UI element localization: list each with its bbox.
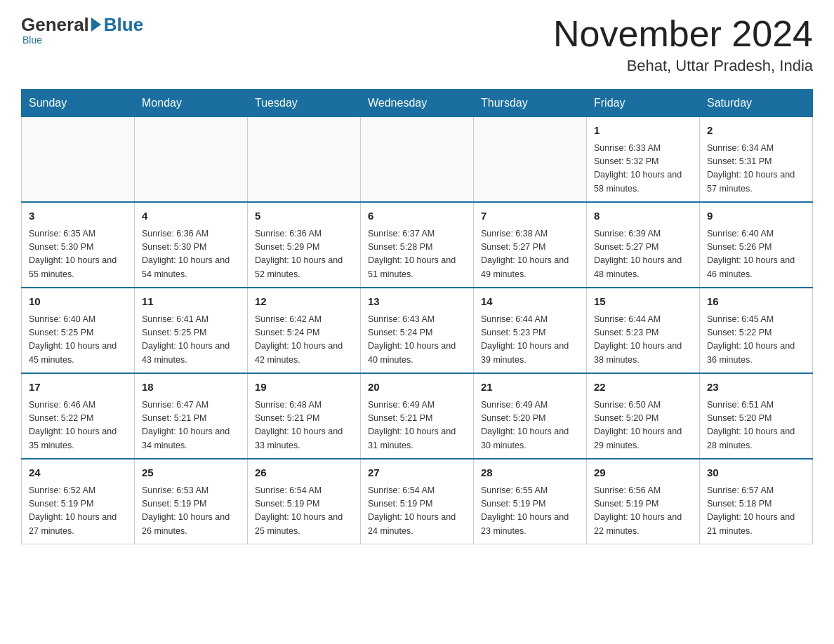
table-row	[22, 117, 135, 203]
day-number: 5	[255, 208, 353, 224]
header-wednesday: Wednesday	[361, 90, 474, 117]
day-info: Sunrise: 6:37 AM Sunset: 5:28 PM Dayligh…	[368, 227, 466, 282]
day-info: Sunrise: 6:53 AM Sunset: 5:19 PM Dayligh…	[142, 484, 240, 539]
day-info: Sunrise: 6:49 AM Sunset: 5:20 PM Dayligh…	[481, 398, 579, 453]
day-number: 30	[707, 465, 805, 481]
day-info: Sunrise: 6:38 AM Sunset: 5:27 PM Dayligh…	[481, 227, 579, 282]
logo-triangle-icon	[91, 18, 101, 32]
calendar-week-row: 24Sunrise: 6:52 AM Sunset: 5:19 PM Dayli…	[22, 459, 813, 544]
day-number: 20	[368, 380, 466, 396]
table-row: 28Sunrise: 6:55 AM Sunset: 5:19 PM Dayli…	[474, 459, 587, 544]
table-row: 29Sunrise: 6:56 AM Sunset: 5:19 PM Dayli…	[587, 459, 700, 544]
day-number: 7	[481, 208, 579, 224]
day-number: 10	[29, 294, 127, 310]
header-sunday: Sunday	[22, 90, 135, 117]
header-saturday: Saturday	[700, 90, 813, 117]
day-info: Sunrise: 6:41 AM Sunset: 5:25 PM Dayligh…	[142, 313, 240, 368]
day-info: Sunrise: 6:36 AM Sunset: 5:30 PM Dayligh…	[142, 227, 240, 282]
day-info: Sunrise: 6:46 AM Sunset: 5:22 PM Dayligh…	[29, 398, 127, 453]
day-number: 22	[594, 380, 692, 396]
table-row: 19Sunrise: 6:48 AM Sunset: 5:21 PM Dayli…	[248, 373, 361, 459]
day-number: 17	[29, 380, 127, 396]
day-info: Sunrise: 6:51 AM Sunset: 5:20 PM Dayligh…	[707, 398, 805, 453]
day-number: 2	[707, 123, 805, 139]
day-number: 14	[481, 294, 579, 310]
day-info: Sunrise: 6:34 AM Sunset: 5:31 PM Dayligh…	[707, 142, 805, 196]
day-number: 1	[594, 123, 692, 139]
day-info: Sunrise: 6:40 AM Sunset: 5:25 PM Dayligh…	[29, 313, 127, 368]
day-number: 25	[142, 465, 240, 481]
table-row	[474, 117, 587, 203]
day-number: 12	[255, 294, 353, 310]
table-row: 24Sunrise: 6:52 AM Sunset: 5:19 PM Dayli…	[22, 459, 135, 544]
day-info: Sunrise: 6:42 AM Sunset: 5:24 PM Dayligh…	[255, 313, 353, 368]
table-row: 3Sunrise: 6:35 AM Sunset: 5:30 PM Daylig…	[22, 202, 135, 288]
table-row: 16Sunrise: 6:45 AM Sunset: 5:22 PM Dayli…	[700, 288, 813, 373]
day-number: 21	[481, 380, 579, 396]
table-row: 20Sunrise: 6:49 AM Sunset: 5:21 PM Dayli…	[361, 373, 474, 459]
day-info: Sunrise: 6:44 AM Sunset: 5:23 PM Dayligh…	[481, 313, 579, 368]
day-number: 29	[594, 465, 692, 481]
day-info: Sunrise: 6:48 AM Sunset: 5:21 PM Dayligh…	[255, 398, 353, 453]
day-info: Sunrise: 6:43 AM Sunset: 5:24 PM Dayligh…	[368, 313, 466, 368]
location-title: Behat, Uttar Pradesh, India	[553, 57, 813, 75]
month-title: November 2024	[553, 14, 813, 54]
day-info: Sunrise: 6:56 AM Sunset: 5:19 PM Dayligh…	[594, 484, 692, 539]
day-number: 23	[707, 380, 805, 396]
day-number: 3	[29, 208, 127, 224]
logo: General Blue Blue	[21, 14, 143, 46]
day-number: 15	[594, 294, 692, 310]
day-info: Sunrise: 6:49 AM Sunset: 5:21 PM Dayligh…	[368, 398, 466, 453]
day-number: 9	[707, 208, 805, 224]
table-row	[135, 117, 248, 203]
day-number: 19	[255, 380, 353, 396]
calendar-week-row: 17Sunrise: 6:46 AM Sunset: 5:22 PM Dayli…	[22, 373, 813, 459]
day-info: Sunrise: 6:57 AM Sunset: 5:18 PM Dayligh…	[707, 484, 805, 539]
table-row: 4Sunrise: 6:36 AM Sunset: 5:30 PM Daylig…	[135, 202, 248, 288]
day-number: 13	[368, 294, 466, 310]
table-row: 8Sunrise: 6:39 AM Sunset: 5:27 PM Daylig…	[587, 202, 700, 288]
weekday-header-row: Sunday Monday Tuesday Wednesday Thursday…	[22, 90, 813, 117]
day-info: Sunrise: 6:54 AM Sunset: 5:19 PM Dayligh…	[255, 484, 353, 539]
day-number: 27	[368, 465, 466, 481]
page-header: General Blue Blue November 2024 Behat, U…	[21, 14, 813, 75]
day-info: Sunrise: 6:47 AM Sunset: 5:21 PM Dayligh…	[142, 398, 240, 453]
day-number: 8	[594, 208, 692, 224]
table-row: 21Sunrise: 6:49 AM Sunset: 5:20 PM Dayli…	[474, 373, 587, 459]
header-thursday: Thursday	[474, 90, 587, 117]
day-info: Sunrise: 6:39 AM Sunset: 5:27 PM Dayligh…	[594, 227, 692, 282]
day-info: Sunrise: 6:54 AM Sunset: 5:19 PM Dayligh…	[368, 484, 466, 539]
table-row: 11Sunrise: 6:41 AM Sunset: 5:25 PM Dayli…	[135, 288, 248, 373]
header-tuesday: Tuesday	[248, 90, 361, 117]
calendar-week-row: 10Sunrise: 6:40 AM Sunset: 5:25 PM Dayli…	[22, 288, 813, 373]
table-row: 26Sunrise: 6:54 AM Sunset: 5:19 PM Dayli…	[248, 459, 361, 544]
table-row: 27Sunrise: 6:54 AM Sunset: 5:19 PM Dayli…	[361, 459, 474, 544]
table-row: 12Sunrise: 6:42 AM Sunset: 5:24 PM Dayli…	[248, 288, 361, 373]
table-row: 18Sunrise: 6:47 AM Sunset: 5:21 PM Dayli…	[135, 373, 248, 459]
table-row: 7Sunrise: 6:38 AM Sunset: 5:27 PM Daylig…	[474, 202, 587, 288]
table-row: 25Sunrise: 6:53 AM Sunset: 5:19 PM Dayli…	[135, 459, 248, 544]
day-info: Sunrise: 6:55 AM Sunset: 5:19 PM Dayligh…	[481, 484, 579, 539]
day-number: 18	[142, 380, 240, 396]
table-row: 9Sunrise: 6:40 AM Sunset: 5:26 PM Daylig…	[700, 202, 813, 288]
day-info: Sunrise: 6:40 AM Sunset: 5:26 PM Dayligh…	[707, 227, 805, 282]
header-monday: Monday	[135, 90, 248, 117]
table-row: 1Sunrise: 6:33 AM Sunset: 5:32 PM Daylig…	[587, 117, 700, 203]
day-number: 24	[29, 465, 127, 481]
table-row: 23Sunrise: 6:51 AM Sunset: 5:20 PM Dayli…	[700, 373, 813, 459]
day-info: Sunrise: 6:50 AM Sunset: 5:20 PM Dayligh…	[594, 398, 692, 453]
day-info: Sunrise: 6:33 AM Sunset: 5:32 PM Dayligh…	[594, 142, 692, 196]
day-info: Sunrise: 6:35 AM Sunset: 5:30 PM Dayligh…	[29, 227, 127, 282]
logo-general-text: General	[21, 14, 89, 36]
logo-blue-text: Blue	[104, 14, 143, 36]
table-row: 17Sunrise: 6:46 AM Sunset: 5:22 PM Dayli…	[22, 373, 135, 459]
logo-subtitle: Blue	[22, 34, 42, 46]
day-number: 6	[368, 208, 466, 224]
day-info: Sunrise: 6:45 AM Sunset: 5:22 PM Dayligh…	[707, 313, 805, 368]
table-row: 15Sunrise: 6:44 AM Sunset: 5:23 PM Dayli…	[587, 288, 700, 373]
day-number: 16	[707, 294, 805, 310]
calendar-week-row: 1Sunrise: 6:33 AM Sunset: 5:32 PM Daylig…	[22, 117, 813, 203]
table-row: 13Sunrise: 6:43 AM Sunset: 5:24 PM Dayli…	[361, 288, 474, 373]
table-row: 6Sunrise: 6:37 AM Sunset: 5:28 PM Daylig…	[361, 202, 474, 288]
title-block: November 2024 Behat, Uttar Pradesh, Indi…	[553, 14, 813, 75]
